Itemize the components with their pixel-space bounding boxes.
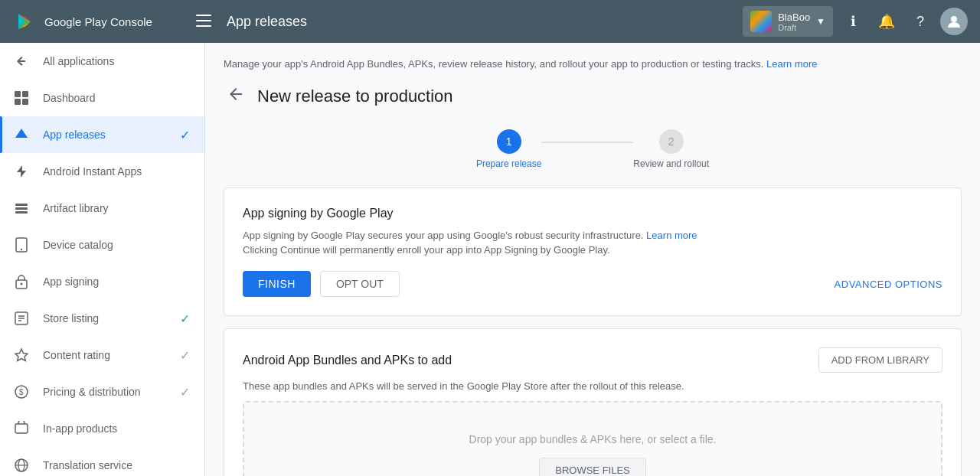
logo-text: Google Play Console bbox=[44, 15, 152, 28]
dropdown-icon: ▼ bbox=[816, 16, 825, 27]
drop-zone-text: Drop your app bundles & APKs here, or se… bbox=[469, 433, 717, 445]
svg-rect-7 bbox=[196, 25, 211, 27]
svg-rect-16 bbox=[15, 211, 28, 214]
signing-card-title: App signing by Google Play bbox=[243, 207, 942, 220]
page-back-header: New release to production bbox=[224, 82, 962, 111]
logo-area: Google Play Console bbox=[12, 9, 181, 34]
check-badge-green: ✓ bbox=[177, 311, 192, 326]
sidebar-item-label: App releases bbox=[43, 129, 165, 141]
main-layout: All applications Dashboard App releases … bbox=[0, 43, 980, 476]
page-title: New release to production bbox=[257, 86, 453, 106]
sidebar-item-store-listing[interactable]: Store listing ✓ bbox=[0, 300, 204, 337]
google-play-logo bbox=[12, 9, 37, 34]
sidebar-item-dashboard[interactable]: Dashboard bbox=[0, 80, 204, 116]
svg-rect-28 bbox=[15, 424, 28, 433]
svg-rect-11 bbox=[15, 99, 21, 105]
page-description: Manage your app's Android App Bundles, A… bbox=[224, 58, 962, 70]
advanced-options-button[interactable]: ADVANCED OPTIONS bbox=[835, 279, 942, 290]
sidebar-item-label: Artifact library bbox=[43, 202, 192, 214]
translation-icon bbox=[12, 456, 31, 474]
opt-out-button[interactable]: OPT OUT bbox=[320, 271, 400, 297]
pricing-icon: $ bbox=[12, 383, 31, 401]
step-connector bbox=[541, 142, 633, 143]
sidebar-item-label: App signing bbox=[43, 275, 192, 288]
svg-marker-13 bbox=[17, 165, 26, 178]
svg-text:$: $ bbox=[19, 388, 24, 396]
content-inner: Manage your app's Android App Bundles, A… bbox=[205, 43, 980, 476]
releases-icon bbox=[12, 126, 31, 144]
sidebar-item-label: Device catalog bbox=[43, 239, 192, 251]
sidebar-item-android-instant[interactable]: Android Instant Apps bbox=[0, 153, 204, 190]
sidebar-item-label: Content rating bbox=[43, 349, 165, 361]
step-1-circle: 1 bbox=[497, 129, 521, 154]
sidebar-item-artifact-library[interactable]: Artifact library bbox=[0, 190, 204, 227]
step-1: 1 Prepare release bbox=[476, 129, 541, 169]
sidebar-item-pricing[interactable]: $ Pricing & distribution ✓ bbox=[0, 373, 204, 410]
sidebar-item-label: Pricing & distribution bbox=[43, 386, 165, 398]
sidebar-item-app-releases[interactable]: App releases ✓ bbox=[0, 116, 204, 153]
help-button[interactable]: ? bbox=[906, 8, 934, 35]
hamburger-button[interactable] bbox=[190, 8, 217, 35]
svg-point-8 bbox=[951, 16, 957, 22]
device-icon bbox=[12, 236, 31, 254]
sidebar: All applications Dashboard App releases … bbox=[0, 43, 205, 476]
apk-section-desc: These app bundles and APKs will be serve… bbox=[243, 380, 942, 392]
sidebar-item-device-catalog[interactable]: Device catalog bbox=[0, 227, 204, 263]
header-right: BlaBoo Draft ▼ ℹ 🔔 ? bbox=[743, 6, 968, 37]
sidebar-item-in-app-products[interactable]: In-app products bbox=[0, 410, 204, 447]
signing-card-desc2: Clicking Continue will permanently enrol… bbox=[243, 244, 942, 256]
app-status: Draft bbox=[778, 23, 810, 32]
svg-rect-5 bbox=[196, 15, 211, 16]
sidebar-item-label: Translation service bbox=[43, 459, 192, 471]
sidebar-item-translation[interactable]: Translation service bbox=[0, 447, 204, 476]
sidebar-item-label: Android Instant Apps bbox=[43, 165, 192, 178]
sidebar-item-content-rating[interactable]: Content rating ✓ bbox=[0, 337, 204, 373]
drop-zone[interactable]: Drop your app bundles & APKs here, or se… bbox=[243, 401, 942, 476]
svg-rect-6 bbox=[196, 20, 211, 21]
back-arrow-icon bbox=[12, 52, 31, 70]
signing-learn-more[interactable]: Learn more bbox=[646, 230, 697, 241]
sidebar-item-all-apps[interactable]: All applications bbox=[0, 43, 204, 80]
app-name: BlaBoo bbox=[778, 11, 810, 23]
svg-rect-9 bbox=[15, 91, 21, 97]
avatar-button[interactable] bbox=[940, 8, 968, 35]
step-2-label: Review and rollout bbox=[633, 158, 709, 169]
back-button[interactable] bbox=[224, 82, 248, 111]
instant-apps-icon bbox=[12, 162, 31, 181]
signing-card-actions: FINISH OPT OUT ADVANCED OPTIONS bbox=[243, 271, 942, 297]
finish-button[interactable]: FINISH bbox=[243, 271, 311, 297]
store-listing-icon bbox=[12, 309, 31, 328]
apk-section-title: Android App Bundles and APKs to add bbox=[243, 354, 452, 367]
app-signing-card: App signing by Google Play App signing b… bbox=[224, 187, 962, 316]
info-button[interactable]: ℹ bbox=[839, 8, 867, 35]
top-header: Google Play Console App releases BlaBoo … bbox=[0, 0, 980, 43]
sidebar-item-label: Store listing bbox=[43, 312, 165, 324]
sidebar-item-label: All applications bbox=[43, 55, 192, 67]
check-badge-blue: ✓ bbox=[177, 127, 192, 142]
app-info: BlaBoo Draft bbox=[778, 11, 810, 32]
header-center: App releases bbox=[190, 8, 733, 35]
in-app-icon bbox=[12, 419, 31, 438]
browse-files-button[interactable]: BROWSE FILES bbox=[539, 458, 646, 476]
app-selector[interactable]: BlaBoo Draft ▼ bbox=[743, 6, 833, 37]
learn-more-link[interactable]: Learn more bbox=[766, 58, 817, 70]
app-icon bbox=[750, 11, 772, 32]
step-2: 2 Review and rollout bbox=[633, 129, 709, 169]
sidebar-item-app-signing[interactable]: App signing bbox=[0, 263, 204, 300]
stepper: 1 Prepare release 2 Review and rollout bbox=[224, 129, 962, 169]
svg-rect-10 bbox=[22, 91, 28, 97]
content-rating-icon bbox=[12, 346, 31, 364]
step-2-circle: 2 bbox=[659, 129, 684, 154]
svg-rect-12 bbox=[22, 99, 28, 105]
apk-section-header: Android App Bundles and APKs to add ADD … bbox=[243, 347, 942, 373]
check-badge-gray2: ✓ bbox=[177, 384, 192, 399]
svg-rect-15 bbox=[15, 207, 28, 210]
signing-actions-left: FINISH OPT OUT bbox=[243, 271, 400, 297]
notification-button[interactable]: 🔔 bbox=[873, 8, 900, 35]
svg-marker-25 bbox=[15, 349, 28, 361]
dashboard-icon bbox=[12, 89, 31, 107]
svg-point-20 bbox=[21, 283, 23, 285]
step-1-label: Prepare release bbox=[476, 158, 541, 169]
sidebar-item-label: In-app products bbox=[43, 422, 192, 435]
add-from-library-button[interactable]: ADD FROM LIBRARY bbox=[818, 347, 942, 373]
